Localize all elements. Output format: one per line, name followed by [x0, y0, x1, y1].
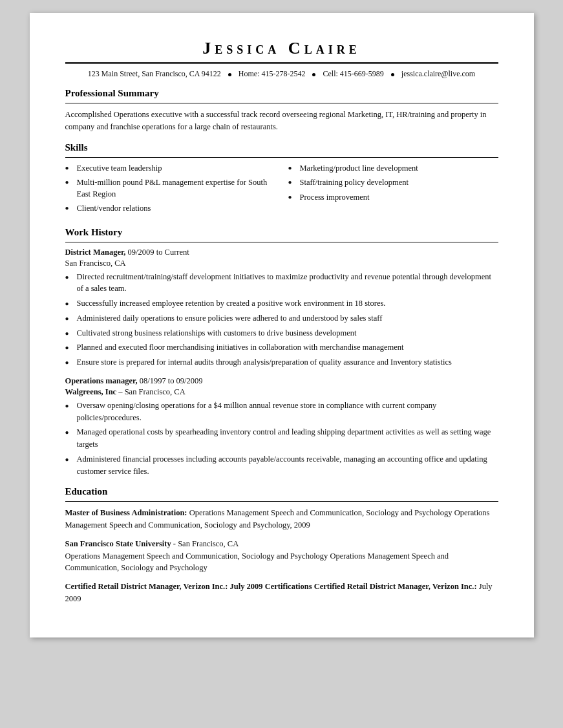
- job-1-bullet: Administered daily operations to ensure …: [65, 312, 498, 325]
- job-2-dates: 08/1997 to 09/2009: [140, 376, 203, 385]
- job-2-bullet: Administered financial processes includi…: [65, 453, 498, 478]
- job-1-bullet: Ensure store is prepared for internal au…: [65, 356, 498, 369]
- skills-left: Executive team leadership Multi-million …: [65, 163, 275, 218]
- home-phone: Home: 415-278-2542: [239, 69, 306, 78]
- edu-entry-1: Master of Business Administration: Opera…: [65, 507, 498, 531]
- education-divider: [65, 501, 498, 502]
- skills-grid: Executive team leadership Multi-million …: [65, 163, 498, 218]
- job-2-bullet: Oversaw opening/closing operations for a…: [65, 400, 498, 424]
- professional-summary-section: Professional Summary Accomplished Operat…: [65, 88, 498, 133]
- skill-item: Staff/training policy development: [288, 177, 498, 189]
- skill-item: Process improvement: [288, 192, 498, 204]
- job-1-bullet: Successfully increased employee retentio…: [65, 297, 498, 310]
- summary-divider: [65, 103, 498, 103]
- job-1-bullet: Planned and executed floor merchandising…: [65, 341, 498, 354]
- job-2-company: Walgreens, Inc – San Francisco, CA: [65, 387, 498, 397]
- university-location: San Francisco, CA: [178, 539, 239, 548]
- degree-label: Master of Business Administration:: [65, 508, 187, 517]
- job-2-title-line: Operations manager, 08/1997 to 09/2009: [65, 376, 498, 386]
- candidate-name: Jessica Claire: [65, 39, 498, 58]
- skill-item: Executive team leadership: [65, 163, 275, 175]
- job-2-bullet: Managed operational costs by spearheadin…: [65, 426, 498, 451]
- resume-header: Jessica Claire: [65, 39, 498, 64]
- work-history-divider: [65, 242, 498, 242]
- summary-title: Professional Summary: [65, 88, 498, 99]
- education-section: Education Master of Business Administrat…: [65, 486, 498, 605]
- skill-item: Multi-million pound P&L management exper…: [65, 177, 275, 200]
- skills-title: Skills: [65, 142, 498, 153]
- work-history-section: Work History District Manager, 09/2009 t…: [65, 227, 498, 478]
- company-dash: – San Francisco, CA: [118, 387, 185, 396]
- skill-item: Client/vendor relations: [65, 203, 275, 215]
- skills-section: Skills Executive team leadership Multi-m…: [65, 142, 498, 218]
- email: jessica.claire@live.com: [401, 69, 475, 78]
- address: 123 Main Street, San Francisco, CA 94122: [88, 69, 221, 78]
- dot-3: [391, 73, 394, 76]
- university-detail: Operations Management Speech and Communi…: [65, 551, 449, 573]
- job-1-dates: 09/2009 to Current: [128, 248, 189, 257]
- cell-phone: Cell: 415-669-5989: [323, 69, 383, 78]
- university-name: San Francisco State University -: [65, 539, 176, 548]
- edu-entry-3: Certified Retail District Manager, Veriz…: [65, 581, 498, 605]
- resume-document: Jessica Claire 123 Main Street, San Fran…: [30, 13, 534, 637]
- job-1-bullets: Directed recruitment/training/staff deve…: [65, 271, 498, 369]
- company-name: Walgreens, Inc: [65, 387, 117, 396]
- job-1-location: San Francisco, CA: [65, 259, 498, 268]
- skill-item: Marketing/product line development: [288, 163, 498, 175]
- work-history-title: Work History: [65, 227, 498, 238]
- job-1-title: District Manager,: [65, 248, 126, 257]
- job-entry-2: Operations manager, 08/1997 to 09/2009 W…: [65, 376, 498, 478]
- job-2-bullets: Oversaw opening/closing operations for a…: [65, 400, 498, 478]
- job-1-title-line: District Manager, 09/2009 to Current: [65, 248, 498, 257]
- skills-right: Marketing/product line development Staff…: [288, 163, 498, 218]
- dot-1: [228, 73, 231, 76]
- contact-info: 123 Main Street, San Francisco, CA 94122…: [65, 69, 498, 79]
- skills-divider: [65, 157, 498, 158]
- job-entry-1: District Manager, 09/2009 to Current San…: [65, 248, 498, 369]
- skills-left-list: Executive team leadership Multi-million …: [65, 163, 275, 215]
- header-divider: [65, 62, 498, 64]
- edu-entry-2: San Francisco State University - San Fra…: [65, 538, 498, 574]
- job-1-bullet: Directed recruitment/training/staff deve…: [65, 271, 498, 295]
- cert-label: Certified Retail District Manager, Veriz…: [65, 582, 477, 591]
- job-1-bullet: Cultivated strong business relationships…: [65, 327, 498, 339]
- dot-2: [312, 73, 315, 76]
- summary-text: Accomplished Operations executive with a…: [65, 109, 498, 133]
- skills-right-list: Marketing/product line development Staff…: [288, 163, 498, 204]
- job-2-title: Operations manager,: [65, 376, 138, 385]
- education-title: Education: [65, 486, 498, 497]
